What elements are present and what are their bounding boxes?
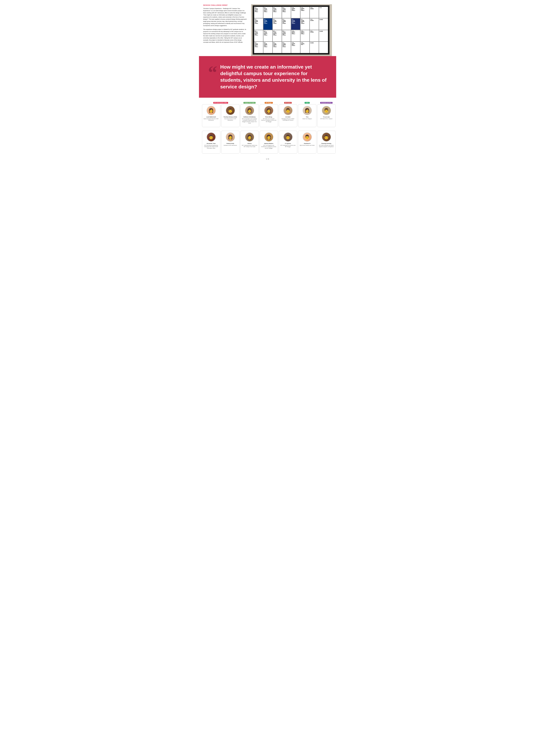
poster-card: BE ATOURGUIDETHISSUMMER (282, 30, 291, 41)
admin-group-label-row1: MIT Administration Office 👩 Leah MaDermo… (202, 102, 239, 127)
persona-name: Sabrina Madera (264, 143, 273, 144)
poster-card: BE ATOURGUIDETHISSUMMER (273, 42, 282, 53)
poster-card: BE ATOURGUIDETHISSUMMER (254, 30, 263, 41)
persona-desc: Visitor from Belgium (302, 118, 312, 120)
poster-card: GUIDE (310, 42, 319, 53)
persona-name: Fabiola Holly (227, 143, 234, 144)
top-section: DESIGN CHALLENGE BRIEF "Envision Campus … (199, 0, 336, 56)
quote-mark: “ (208, 65, 217, 80)
persona-desc: High School Student and Visitor (299, 145, 315, 146)
admin-group-row2: 👨 Alexander Tsao MIT Mechanical Engineer… (202, 129, 239, 154)
avatar-face: 👨 (284, 106, 292, 115)
persona-name: Tina (306, 116, 308, 118)
poster-card: TOURGUIDETHISSUMMER (291, 42, 300, 53)
phd-group-row2: 👨 Fleming Goolsby MIT SDM Graduate and S… (317, 129, 336, 154)
poster-card (319, 42, 328, 53)
avatar-yilun: 👨 (322, 106, 331, 115)
persona-desc: MIT Undergraduate Student and MIT Campus… (242, 145, 257, 148)
persona-card-alexander: 👨 Alexander Tsao MIT Mechanical Engineer… (202, 131, 220, 154)
poster-card: GUIDE (319, 18, 328, 30)
persona-name: Rona Wong (265, 116, 272, 118)
poster-card: TOURGUIDE (310, 18, 319, 30)
persona-name: Timothy Hickey-LeClair (223, 116, 237, 118)
avatar-gautham: 👨 (303, 132, 312, 142)
avatar-face: 👩 (226, 133, 235, 141)
alumni-label: MIT Alumni (284, 102, 292, 104)
poster-card: BE ATOURGUIDETHISSUMMER (254, 7, 263, 18)
poster-card: GUIDE (319, 30, 328, 41)
persona-desc: MIT Mechanical Engineering Undergrad Who… (203, 145, 219, 149)
blogger-group-label-row1: MIT Blogger 👩 Rona Wong MIT Math and Com… (260, 102, 278, 127)
visitor-group-label-row1: Visitor 👩 Tina Visitor from Belgium (298, 102, 316, 127)
persona-desc: Assistant of MIT Admissions (224, 145, 237, 146)
avatar-face: 👨 (226, 106, 235, 115)
persona-name: Alexander Tsao (207, 143, 215, 144)
alumni-group-row2: 👨 CJ Quines MIT Undergrad (Freshmen) and… (279, 129, 297, 154)
text-column: DESIGN CHALLENGE BRIEF "Envision Campus … (203, 4, 247, 56)
personas-row-2: 👨 Alexander Tsao MIT Mechanical Engineer… (202, 129, 333, 154)
avatar-alexander: 👨 (207, 132, 216, 142)
quote-section: “ How might we create an informative yet… (199, 56, 336, 98)
visitor-group-row2: 👨 Gautham R High School Student and Visi… (298, 129, 316, 154)
body-para2: The experience design project is initiat… (203, 29, 247, 43)
persona-card-athena: 👩 Athena MIT Undergraduate Student and M… (240, 131, 259, 154)
poster-grid: BE ATOURGUIDETHISSUMMER BE ATOURGUIDETHI… (254, 7, 328, 53)
persona-card-leah: 👩 Leah MaDermott Senior Assistant Direct… (202, 104, 220, 127)
poster-card: BE ATOURGUIDETHISSUMMER (264, 18, 272, 30)
persona-desc: MIT Math and Computer Science Undergrad … (261, 118, 277, 122)
persona-desc: MIT SDM Graduate and Senior Systems Engi… (319, 145, 334, 148)
poster-board-image: BE ATOURGUIDETHISSUMMER BE ATOURGUIDETHI… (251, 4, 332, 56)
avatar-athena: 👩 (245, 132, 254, 142)
personas-all-rows: MIT Administration Office 👩 Leah MaDermo… (202, 102, 333, 154)
persona-name: Yi-Lun Liao (323, 116, 330, 118)
persona-name: Gautham R (304, 143, 310, 144)
tour-group-row2: 👩 Athena MIT Undergraduate Student and M… (240, 129, 259, 154)
poster-card: BE ATOURGUIDETHISSUMMER (282, 7, 291, 18)
avatar-face: 👩 (245, 106, 254, 115)
tour-label: Campus Tour Guide (243, 102, 255, 104)
avatar-face: 👨 (322, 133, 331, 141)
poster-board: BE ATOURGUIDETHISSUMMER BE ATOURGUIDETHI… (251, 4, 332, 56)
poster-card: BE ATOURGUIDETHISSUMMER (264, 30, 272, 41)
avatar-fleming: 👨 (322, 132, 331, 142)
page-number: 1 / 6 (199, 157, 336, 162)
design-challenge-title: DESIGN CHALLENGE BRIEF (203, 4, 247, 6)
poster-card: TOURGUIDETHISSUMMER (291, 30, 300, 41)
personas-section: MIT Administration Office 👩 Leah MaDermo… (199, 98, 336, 157)
poster-frame: BE ATOURGUIDETHISSUMMER BE ATOURGUIDETHI… (253, 5, 329, 55)
poster-card: BE ATOURGUIDETHISSUMMER (273, 30, 282, 41)
persona-name: CJ Quines (285, 143, 291, 144)
poster-card: TOURGUIDE (310, 30, 319, 41)
persona-desc: MIT Undergrad (Freshmen) and MIT Blogger (280, 145, 296, 148)
persona-desc: MIT Computation and Cognition Undergrad … (242, 118, 257, 124)
phd-group-label-row1: Graduated and Ph.D. 👨 Yi-Lun Liao MIT EE… (317, 102, 336, 127)
avatar-rona: 👩 (264, 106, 273, 115)
persona-desc: Associate Director of MIT Admissions (223, 118, 238, 121)
persona-card-gautham: 👨 Gautham R High School Student and Visi… (298, 131, 316, 154)
avatar-sabrina: 👩 (264, 132, 273, 142)
poster-card: TOURGUIDE (310, 7, 319, 18)
avatar-tina: 👩 (303, 106, 312, 115)
poster-card: BE ATOURGUIDETHISSUMMER (300, 18, 309, 30)
avatar-face: 👩 (265, 133, 273, 141)
poster-card: TOUR (319, 7, 328, 18)
avatar-face: 👩 (245, 133, 254, 141)
avatar-face: 👩 (303, 106, 312, 115)
poster-card: BE ATOURGUIDETHISSUMMER (282, 42, 291, 53)
avatar-face: 👩 (207, 106, 215, 115)
persona-card-tina: 👩 Tina Visitor from Belgium (298, 104, 316, 127)
phd-label: Graduated and Ph.D. (320, 102, 332, 104)
persona-name: Athena (247, 143, 252, 144)
persona-card-yilun: 👨 Yi-Lun Liao MIT EECS Ph.D. Student (317, 104, 336, 127)
poster-card: TOURGUIDETHISSUMMER (300, 7, 309, 18)
persona-card-sabrina: 👩 Sabrina Madera MIT Civil Engineer and … (260, 131, 278, 154)
avatar-face: 👨 (284, 133, 292, 141)
visitor-label: Visitor (305, 102, 310, 104)
poster-card: TOURGUIDETHIS (300, 42, 309, 53)
poster-card: BE ATOURGUIDETHISSUMMER (254, 42, 263, 53)
avatar-kathleen: 👩 (245, 106, 254, 115)
avatar-ari: 👨 (283, 106, 293, 115)
avatar-face: 👨 (303, 133, 312, 141)
poster-card: BE ATOURGUIDETHISSUMMER (264, 42, 272, 53)
persona-card-timothy: 👨 Timothy Hickey-LeClair Associate Direc… (221, 104, 239, 127)
